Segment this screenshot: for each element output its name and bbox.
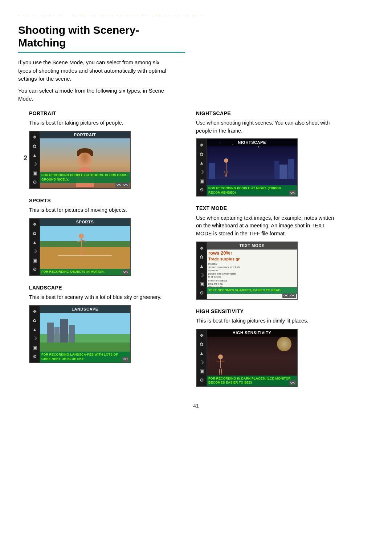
section-landscape: LANDSCAPE This is best for scenery with … bbox=[29, 284, 185, 363]
textmode-screen-label: TEXT MODE bbox=[207, 242, 297, 250]
cam-icon-6: ⚙ bbox=[33, 180, 37, 185]
portrait-main: PORTRAIT FOR RECORDING PEOPLE OUTDOORS. … bbox=[40, 131, 130, 188]
highsens-overlay: FOR RECORDING IN DARK PLACES. (LCD MONIT… bbox=[207, 376, 297, 386]
page-number: 2 bbox=[24, 153, 27, 163]
page-layout: 2 PORTRAIT This is best for taking pictu… bbox=[18, 110, 374, 395]
textmode-ok2[interactable]: OK bbox=[289, 293, 296, 298]
ns-cam-icon-2: ✿ bbox=[200, 152, 204, 157]
nightscape-main: NIGHTSCAPE bbox=[207, 139, 297, 196]
page-title: Shooting with Scenery- Matching bbox=[18, 24, 374, 49]
text-body-7: hina, the Fina bbox=[208, 282, 295, 285]
tm-cam-icon-3: ▲ bbox=[199, 264, 204, 268]
ls-building-4 bbox=[69, 325, 75, 343]
night-person bbox=[220, 158, 232, 180]
text-body-1: ms-clear bbox=[208, 262, 295, 266]
text-body-5: th of increas bbox=[208, 275, 295, 279]
hs-cam-icon-3: ▲ bbox=[199, 351, 204, 356]
sports-cam-icon-2: ✿ bbox=[33, 231, 37, 236]
portrait-title: PORTRAIT bbox=[29, 110, 185, 117]
page-header: Shooting with Scenery- Matching If you u… bbox=[18, 24, 374, 103]
highsens-sidebar: ❖ ✿ ▲ ☽ ▣ ⚙ bbox=[197, 329, 207, 386]
textmode-main: TEXT MODE rows 20%↑ Trade surplus gr ms-… bbox=[207, 242, 297, 299]
portrait-desc: This is best for taking pictures of peop… bbox=[29, 119, 171, 127]
nightscape-desc: Use when shooting night scenes. You can … bbox=[196, 119, 338, 135]
highsens-title: HIGH SENSITIVITY bbox=[196, 308, 374, 315]
nightscape-sidebar: ❖ ✿ ▲ ☽ ▣ ⚙ bbox=[197, 139, 207, 196]
nightscape-screen: ❖ ✿ ▲ ☽ ▣ ⚙ NIGHTSCAPE bbox=[196, 138, 298, 197]
cam-icon-3: ▲ bbox=[32, 153, 37, 158]
portrait-ok1[interactable]: OK bbox=[115, 182, 122, 187]
hs-cam-icon-6: ⚙ bbox=[200, 378, 204, 382]
highsens-screen-label: HIGH SENSITIVITY bbox=[207, 329, 297, 337]
section-nightscape: NIGHTSCAPE Use when shooting night scene… bbox=[196, 110, 374, 197]
nightscape-title: NIGHTSCAPE bbox=[196, 110, 374, 117]
textmode-bg: rows 20%↑ Trade surplus gr ms-clear Japa… bbox=[207, 242, 297, 299]
landscape-sidebar: ❖ ✿ ▲ ☽ ▣ ⚙ bbox=[30, 306, 40, 362]
landscape-title: LANDSCAPE bbox=[29, 284, 185, 291]
ls-cam-icon-5: ▣ bbox=[33, 345, 37, 350]
portrait-ok2[interactable]: OK bbox=[122, 182, 129, 187]
ls-building-3 bbox=[60, 319, 68, 343]
city-bldg-1 bbox=[288, 159, 294, 179]
sports-bg: FOR RECORDING OBJECTS IN MOTION. OK bbox=[40, 219, 130, 275]
nightscape-screen-label: NIGHTSCAPE bbox=[207, 139, 297, 146]
cam-icon-4: ☽ bbox=[33, 162, 37, 166]
portrait-screen-label: PORTRAIT bbox=[40, 131, 130, 139]
hs-person bbox=[214, 355, 227, 378]
sports-screen-label: SPORTS bbox=[40, 219, 130, 226]
sports-cam-icon-3: ▲ bbox=[32, 240, 37, 245]
highsens-bg: FOR RECORDING IN DARK PLACES. (LCD MONIT… bbox=[207, 329, 297, 386]
textmode-screen: ❖ ✿ ▲ ☽ ▣ ⚙ TEXT MODE rows 20%↑ Trade su… bbox=[196, 242, 298, 300]
landscape-ok[interactable]: OK bbox=[122, 357, 129, 362]
hs-cam-icon-2: ✿ bbox=[200, 342, 204, 347]
section-textmode: TEXT MODE Use when capturing text images… bbox=[196, 204, 374, 300]
left-column: PORTRAIT This is best for taking picture… bbox=[29, 110, 185, 395]
ls-cam-icon-2: ✿ bbox=[33, 318, 37, 323]
textmode-overlay: TEXT BECOMES SHARPER, EASIER TO READ. bbox=[207, 287, 297, 294]
title-underline bbox=[18, 52, 185, 53]
sports-screen: ❖ ✿ ▲ ☽ ▣ ⚙ SPORTS bbox=[29, 218, 131, 276]
hs-cam-icon-5: ▣ bbox=[200, 369, 204, 373]
tm-cam-icon-5: ▣ bbox=[200, 281, 204, 286]
text-body-3: a year ea bbox=[208, 269, 295, 272]
sports-cam-icon-5: ▣ bbox=[33, 258, 37, 263]
sports-overlay: FOR RECORDING OBJECTS IN MOTION. bbox=[40, 269, 130, 275]
ls-cam-icon-4: ☽ bbox=[33, 336, 37, 341]
right-column: NIGHTSCAPE Use when shooting night scene… bbox=[196, 110, 374, 395]
footer-page-number: 41 bbox=[193, 403, 199, 409]
star-4 bbox=[258, 146, 259, 147]
section-portrait: PORTRAIT This is best for taking picture… bbox=[29, 110, 185, 189]
cam-icon-5: ▣ bbox=[33, 171, 37, 175]
nightscape-ok[interactable]: OK bbox=[289, 190, 296, 195]
sports-cam-icon-6: ⚙ bbox=[33, 267, 37, 272]
nightscape-bg: FOR RECORDING PEOPLE AT NIGHT. (TRIPOD R… bbox=[207, 139, 297, 196]
city-bldg-3 bbox=[274, 161, 279, 179]
sports-sidebar: ❖ ✿ ▲ ☽ ▣ ⚙ bbox=[30, 219, 40, 275]
intro-text-2: You can select a mode from the following… bbox=[18, 87, 171, 103]
text-body-6: month of increase bbox=[208, 279, 295, 282]
highsens-main: HIGH SENSITIVITY bbox=[207, 329, 297, 386]
tm-cam-icon-6: ⚙ bbox=[200, 291, 204, 295]
tm-cam-icon-4: ☽ bbox=[200, 273, 204, 278]
sports-cam-icon-1: ❖ bbox=[33, 222, 37, 227]
textmode-sidebar: ❖ ✿ ▲ ☽ ▣ ⚙ bbox=[197, 242, 207, 299]
ns-cam-icon-3: ▲ bbox=[199, 161, 204, 165]
ns-cam-icon-5: ▣ bbox=[200, 179, 204, 183]
hs-light bbox=[277, 337, 291, 351]
text-body-2: Japan's customs-cleared trade bbox=[208, 266, 295, 269]
textmode-ok1[interactable]: OK bbox=[282, 293, 289, 298]
page-footer: 41 bbox=[18, 402, 374, 409]
ns-cam-icon-4: ☽ bbox=[200, 170, 204, 174]
highsens-desc: This is best for taking pictures in diml… bbox=[196, 317, 338, 325]
sports-main: SPORTS bbox=[40, 219, 130, 275]
ls-building-1 bbox=[47, 323, 54, 343]
highsens-ok[interactable]: OK bbox=[289, 380, 296, 385]
portrait-overlay: FOR RECORDING PEOPLE OUTDOORS. BLURS BAC… bbox=[40, 172, 130, 183]
landscape-main: LANDSCAPE FOR RECORDING LANDSCA-PES WITH… bbox=[40, 306, 130, 362]
sports-ok[interactable]: OK bbox=[122, 270, 129, 275]
textmode-title: TEXT MODE bbox=[196, 204, 374, 212]
portrait-face bbox=[78, 153, 92, 167]
text-trade: Trade surplus gr bbox=[208, 256, 295, 262]
portrait-sidebar: ❖ ✿ ▲ ☽ ▣ ⚙ bbox=[30, 131, 40, 188]
text-body-4: percent from a year earlier bbox=[208, 272, 295, 275]
